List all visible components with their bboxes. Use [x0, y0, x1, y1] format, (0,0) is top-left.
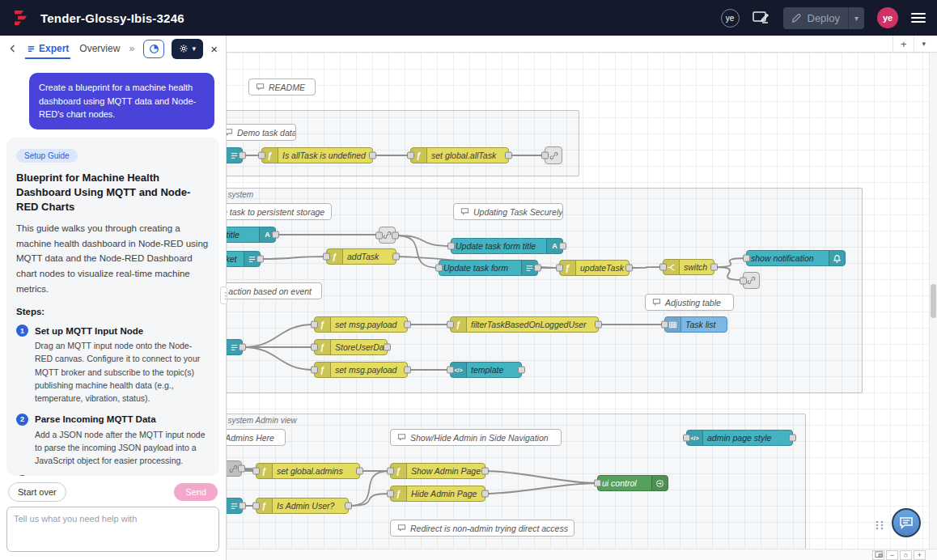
output-port[interactable] [345, 503, 352, 510]
drag-handle-icon[interactable] [874, 520, 885, 531]
flow-node-updatetask[interactable]: ƒupdateTask [559, 260, 630, 276]
tab-overflow-icon[interactable]: » [129, 43, 134, 54]
input-port[interactable] [387, 490, 394, 498]
output-port[interactable] [595, 321, 602, 329]
chart-panel-button[interactable] [143, 40, 164, 58]
flow-node-show-notification[interactable]: show notification [746, 250, 846, 266]
input-port[interactable] [407, 152, 414, 159]
input-port[interactable] [541, 152, 549, 159]
flow-node-link-mid[interactable] [379, 227, 396, 244]
flow-node-filter-task[interactable]: ƒfilterTaskBasedOnLoggedUser [450, 316, 599, 333]
input-port[interactable] [252, 503, 260, 510]
output-port[interactable] [534, 265, 541, 272]
output-port[interactable] [505, 152, 512, 159]
input-port[interactable] [311, 367, 318, 374]
input-port[interactable] [447, 321, 454, 329]
flow-node-switch[interactable]: switch [663, 259, 714, 275]
input-port[interactable] [323, 253, 330, 261]
input-port[interactable] [387, 468, 394, 475]
output-port[interactable] [239, 503, 246, 510]
flow-node-hide-admin-page[interactable]: ƒHide Admin Page [390, 486, 485, 502]
flow-node-admin-page-style[interactable]: </>admin page style [686, 430, 793, 446]
flow-group-demo-task-group[interactable] [227, 110, 579, 176]
output-port[interactable] [239, 152, 246, 159]
assistant-input[interactable] [6, 507, 219, 552]
start-over-button[interactable]: Start over [8, 482, 66, 502]
flow-node-inject-stub-4[interactable] [227, 498, 243, 514]
flow-node-update-task-form[interactable]: Update task form [439, 260, 538, 276]
output-port[interactable] [710, 264, 718, 271]
flow-node-inject-stub-2[interactable] [227, 339, 243, 355]
output-port[interactable] [392, 253, 400, 261]
toggle-navigator-button[interactable] [872, 550, 884, 560]
input-port[interactable] [447, 367, 454, 374]
input-port[interactable] [375, 231, 383, 239]
zoom-out-button[interactable]: − [886, 550, 898, 560]
panel-resize-handle[interactable]: ⋮ [220, 286, 227, 304]
comment-node-save-task[interactable]: Save task to persistent storage [227, 203, 332, 220]
open-editor-icon[interactable] [753, 11, 770, 25]
output-port[interactable] [404, 321, 411, 329]
deploy-button[interactable]: Deploy [783, 12, 848, 24]
flow-node-show-admin-page[interactable]: ƒShow Admin Page [390, 463, 485, 479]
tab-overview[interactable]: Overview [78, 38, 121, 59]
output-port[interactable] [392, 231, 399, 239]
scrollbar-thumb[interactable] [931, 284, 936, 318]
back-icon[interactable] [8, 44, 18, 53]
output-port[interactable] [481, 490, 489, 498]
vertical-scrollbar[interactable] [929, 53, 937, 549]
flow-node-addtask[interactable]: ƒaddTask [326, 248, 396, 265]
flow-node-is-alltask-undefined[interactable]: ƒIs allTask is undefined [261, 147, 373, 163]
flow-node-task-list[interactable]: Task list [664, 316, 727, 333]
zoom-reset-button[interactable]: ○ [900, 550, 912, 560]
input-port[interactable] [447, 243, 455, 250]
send-button[interactable]: Send [174, 483, 218, 501]
menu-icon[interactable] [911, 13, 926, 23]
input-port[interactable] [743, 255, 750, 262]
close-icon[interactable]: × [210, 42, 218, 56]
flow-node-set-msg-payload-2[interactable]: ƒset msg.payload [314, 362, 408, 378]
flow-node-update-task-form-title[interactable]: Update task form titleA [451, 238, 563, 254]
input-port[interactable] [659, 264, 667, 271]
flow-canvas[interactable]: Task systemTask system Admin view README… [227, 53, 937, 549]
output-port[interactable] [356, 468, 363, 475]
input-port[interactable] [435, 265, 443, 272]
flow-node-task-form-title[interactable]: Task form titleA [227, 227, 276, 243]
flow-node-ui-control[interactable]: ui control [597, 475, 668, 491]
comment-node-add-admins-here[interactable]: Add Admins Here [227, 429, 286, 446]
output-port[interactable] [481, 468, 489, 475]
input-port[interactable] [311, 344, 318, 351]
output-port[interactable] [518, 367, 525, 374]
input-port[interactable] [556, 265, 563, 272]
zoom-in-button[interactable]: + [914, 550, 926, 560]
flow-node-set-global-alltask[interactable]: ƒset global.allTask [410, 147, 509, 163]
flow-node-link-stub-3[interactable] [227, 460, 242, 477]
output-port[interactable] [238, 465, 245, 473]
output-port[interactable] [384, 344, 391, 351]
output-port[interactable] [369, 152, 376, 159]
flow-node-is-admin-user[interactable]: ƒIs Admin User? [256, 498, 349, 514]
flowfuse-logo-icon[interactable] [11, 7, 32, 28]
output-port[interactable] [272, 231, 279, 239]
flow-node-link-out-1[interactable] [545, 146, 562, 164]
flow-node-ticket[interactable]: ticket [227, 251, 261, 267]
input-port[interactable] [252, 468, 260, 475]
add-flow-button[interactable]: + [892, 36, 914, 52]
deploy-options-caret[interactable]: ▾ [848, 7, 864, 29]
flow-node-set-global-admins[interactable]: ƒset global.admins [256, 463, 360, 479]
team-badge[interactable]: ye [721, 9, 740, 28]
flow-node-link-out-2[interactable] [743, 272, 760, 289]
output-port[interactable] [404, 367, 411, 374]
output-port[interactable] [257, 256, 264, 263]
input-port[interactable] [661, 321, 668, 329]
input-port[interactable] [683, 435, 690, 442]
output-port[interactable] [239, 344, 246, 351]
input-port[interactable] [740, 277, 747, 284]
comment-node-redirect-non-admin[interactable]: Redirect is non-admin trying direct acce… [390, 520, 574, 537]
assistant-chat-button[interactable] [892, 508, 921, 537]
comment-node-readme[interactable]: README [248, 78, 316, 95]
comment-node-take-action[interactable]: Take action based on event [227, 282, 322, 299]
comment-node-demo-task-data[interactable]: Demo task data [227, 124, 296, 141]
input-port[interactable] [311, 321, 318, 329]
flow-node-template[interactable]: </>template [450, 362, 522, 378]
